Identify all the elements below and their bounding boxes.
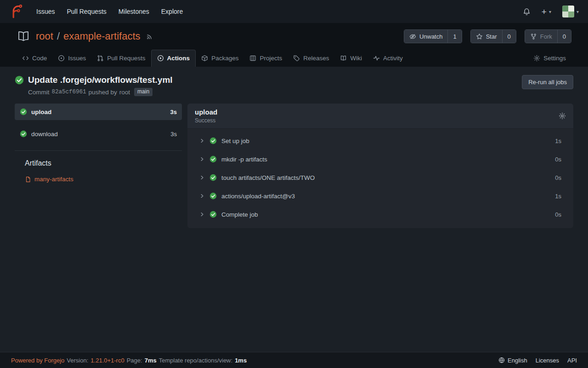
tab-pull-requests[interactable]: Pull Requests (91, 50, 151, 67)
template-time-label: Template repo/actions/view: (159, 357, 232, 364)
tab-code[interactable]: Code (17, 50, 52, 67)
step-duration: 1s (555, 193, 561, 200)
fork-button[interactable]: Fork (525, 30, 557, 43)
repo-book-icon (17, 29, 30, 43)
step-label: Complete job (221, 211, 258, 218)
nav-explore[interactable]: Explore (155, 8, 189, 15)
job-row-download[interactable]: download 3s (15, 126, 182, 142)
licenses-link[interactable]: Licenses (536, 357, 559, 364)
issue-circle-icon (58, 55, 65, 62)
repo-name-link[interactable]: example-artifacts (63, 30, 141, 42)
pusher-link[interactable]: root (119, 89, 130, 96)
language-label: English (508, 357, 527, 364)
file-icon (25, 176, 31, 183)
success-check-icon (20, 108, 27, 115)
tab-settings-label: Settings (543, 55, 566, 62)
version-link[interactable]: 1.21.0+1-rc0 (90, 357, 124, 364)
artifact-link-many-artifacts[interactable]: many-artifacts (15, 176, 182, 183)
tag-icon (293, 55, 300, 62)
tab-issues[interactable]: Issues (52, 50, 91, 67)
step-row-complete[interactable]: Complete job 0s (187, 205, 573, 224)
forks-count[interactable]: 0 (557, 30, 571, 43)
tab-actions-label: Actions (167, 55, 190, 62)
tab-activity[interactable]: Activity (368, 50, 408, 67)
rerun-all-jobs-button[interactable]: Re-run all jobs (522, 75, 573, 89)
fork-button-group: Fork 0 (525, 29, 571, 43)
commit-sha-link[interactable]: 82a5cf6961 (52, 89, 86, 95)
tab-packages-label: Packages (211, 55, 238, 62)
page-time-label: Page: (127, 357, 142, 364)
artifact-name: many-artifacts (34, 176, 74, 183)
nav-pull-requests[interactable]: Pull Requests (61, 8, 112, 15)
step-row-setup[interactable]: Set up job 1s (187, 132, 573, 150)
job-row-upload[interactable]: upload 3s (15, 104, 182, 120)
api-link[interactable]: API (567, 357, 577, 364)
step-label: mkdir -p artifacts (221, 156, 267, 163)
eye-off-icon (409, 33, 416, 40)
tab-actions[interactable]: Actions (151, 50, 196, 67)
tab-projects[interactable]: Projects (244, 50, 288, 67)
step-list: Set up job 1s mkdir -p artifacts 0s (187, 129, 573, 228)
repo-header: root / example-artifacts (0, 23, 588, 67)
run-header: Update .forgejo/workflows/test.yml Commi… (15, 75, 573, 96)
step-duration: 1s (555, 138, 561, 144)
commit-label: Commit (28, 89, 50, 96)
success-check-icon (209, 155, 217, 163)
unwatch-label: Unwatch (419, 33, 443, 40)
gear-icon (533, 55, 540, 62)
language-menu[interactable]: English (498, 357, 527, 364)
stars-count[interactable]: 0 (502, 30, 516, 43)
chevron-right-icon (199, 193, 205, 199)
step-duration: 0s (555, 156, 561, 163)
top-navbar: Issues Pull Requests Milestones Explore … (0, 0, 588, 23)
powered-by-link[interactable]: Powered by Forgejo (11, 357, 64, 364)
rss-icon[interactable] (146, 33, 153, 40)
user-menu[interactable]: ▾ (562, 6, 579, 17)
watchers-count[interactable]: 1 (447, 30, 461, 43)
git-pull-request-icon (97, 55, 104, 62)
nav-issues[interactable]: Issues (30, 8, 61, 15)
unwatch-button[interactable]: Unwatch (404, 30, 448, 43)
repo-title-row: root / example-artifacts (17, 29, 571, 43)
run-body: upload 3s download 3s Artifacts many-art… (15, 104, 573, 228)
step-row-mkdir[interactable]: mkdir -p artifacts 0s (187, 150, 573, 168)
forgejo-logo[interactable] (9, 5, 23, 18)
breadcrumb-separator: / (57, 30, 60, 42)
success-check-icon (209, 137, 217, 144)
star-button-group: Star 0 (470, 29, 516, 43)
step-row-upload-artifact[interactable]: actions/upload-artifact@v3 1s (187, 187, 573, 205)
tab-wiki[interactable]: Wiki (334, 50, 368, 67)
divider (15, 150, 182, 151)
tab-releases-label: Releases (303, 55, 329, 62)
job-options-gear-icon[interactable] (559, 112, 566, 120)
package-icon (201, 55, 208, 62)
notifications-bell-icon[interactable] (523, 8, 531, 16)
nav-milestones[interactable]: Milestones (113, 8, 155, 15)
job-list: upload 3s download 3s Artifacts many-art… (15, 104, 182, 183)
job-status: Success (195, 117, 217, 124)
project-board-icon (249, 55, 256, 62)
create-new-menu[interactable]: + ▾ (542, 7, 551, 16)
run-title-texts: Update .forgejo/workflows/test.yml Commi… (28, 75, 173, 96)
repo-owner-link[interactable]: root (36, 30, 53, 42)
footer: Powered by Forgejo Version: 1.21.0+1-rc0… (0, 352, 588, 368)
branch-badge[interactable]: main (134, 88, 153, 96)
chevron-right-icon (199, 138, 205, 144)
tab-code-label: Code (32, 55, 47, 62)
star-label: Star (486, 33, 497, 40)
step-row-touch[interactable]: touch artifacts/ONE artifacts/TWO 0s (187, 168, 573, 187)
star-button[interactable]: Star (471, 30, 502, 43)
tab-packages[interactable]: Packages (196, 50, 244, 67)
pulse-icon (373, 55, 380, 62)
job-name: upload (31, 109, 51, 115)
template-time-value: 1ms (235, 357, 247, 364)
globe-icon (498, 357, 505, 363)
success-check-icon (209, 174, 217, 181)
job-detail-header: upload Success (187, 104, 573, 129)
step-label: touch artifacts/ONE artifacts/TWO (221, 174, 315, 181)
git-fork-icon (530, 33, 537, 40)
tab-releases[interactable]: Releases (288, 50, 334, 67)
tab-settings[interactable]: Settings (528, 50, 571, 67)
page-time-value: 7ms (145, 357, 157, 364)
run-success-check-icon (15, 75, 24, 96)
